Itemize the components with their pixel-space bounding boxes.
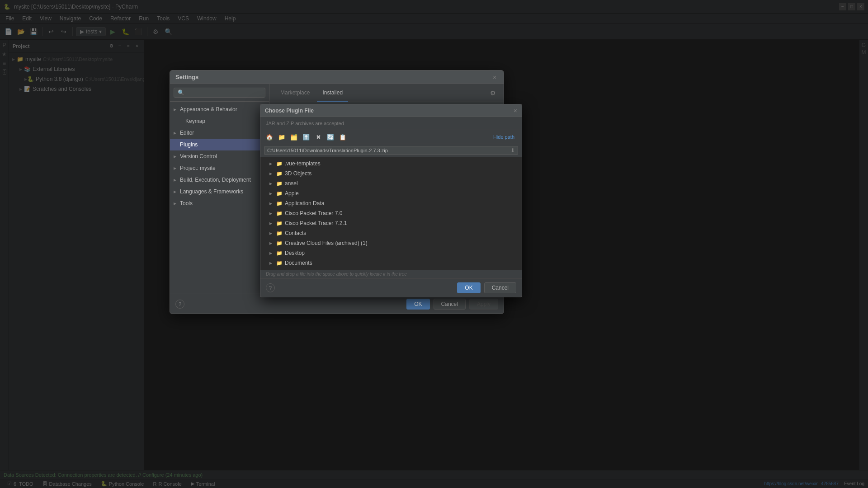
3dobjects-label: 3D Objects [285, 170, 311, 177]
file-tree[interactable]: ▶ 📁 .vue-templates ▶ 📁 3D Objects ▶ 📁 an… [260, 157, 522, 270]
ansel-folder-icon: 📁 [276, 180, 283, 187]
nav-arrow-project: ▶ [174, 166, 179, 170]
vue-templates-label: .vue-templates [285, 160, 321, 167]
vue-templates-folder-icon: 📁 [276, 160, 283, 167]
file-path-download-icon: ⬇ [510, 147, 515, 154]
appdata-arrow: ▶ [269, 202, 276, 206]
file-help-button[interactable]: ? [266, 283, 275, 292]
file-tree-documents[interactable]: ▶ 📁 Documents [260, 258, 522, 268]
settings-title: Settings [175, 74, 198, 80]
nav-label-build: Build, Execution, Deployment [180, 177, 251, 183]
nav-item-build[interactable]: ▶ Build, Execution, Deployment [170, 174, 269, 186]
appdata-label: Application Data [285, 200, 324, 206]
appdata-folder-icon: 📁 [276, 200, 283, 207]
nav-arrow-vcs: ▶ [174, 155, 179, 159]
settings-ok-button[interactable]: OK [406, 299, 429, 310]
file-refresh-button[interactable]: 🔄 [325, 132, 336, 142]
nav-label-project: Project: mysite [180, 165, 216, 171]
file-dialog-toolbar: 🏠 📁 🗂️ ⬆️ ✖ 🔄 📋 Hide path [260, 130, 522, 144]
file-copy-button[interactable]: 📋 [337, 132, 348, 142]
file-home-button[interactable]: 🏠 [264, 132, 275, 142]
nav-item-vcs[interactable]: ▶ Version Control ⚙ [170, 150, 269, 162]
file-new-folder-button[interactable]: 📁 [276, 132, 287, 142]
nav-arrow-languages: ▶ [174, 190, 179, 194]
creative-folder-icon: 📁 [276, 239, 283, 247]
file-tree-ansel[interactable]: ▶ 📁 ansel [260, 178, 522, 188]
nav-label-plugins: Plugins [180, 141, 198, 148]
file-tree-appdata[interactable]: ▶ 📁 Application Data [260, 198, 522, 208]
creative-label: Creative Cloud Files (archived) (1) [285, 240, 368, 246]
desktop-folder-icon: 📁 [276, 249, 283, 257]
apple-folder-icon: 📁 [276, 190, 283, 197]
file-path-bar: C:\Users\15011\Downloads\TranslationPlug… [264, 146, 518, 155]
settings-tabs-header: Marketplace Installed ⚙ [269, 84, 504, 102]
file-help-label: ? [269, 285, 272, 291]
file-tree-3dobjects[interactable]: ▶ 📁 3D Objects [260, 169, 522, 178]
settings-close-button[interactable]: × [491, 74, 498, 81]
file-dialog: Choose Plugin File × JAR and ZIP archive… [260, 104, 522, 297]
nav-arrow-build: ▶ [174, 178, 179, 182]
settings-nav: ▶ Appearance & Behavior Keymap ▶ Editor … [170, 102, 269, 294]
nav-label-editor: Editor [180, 130, 194, 136]
nav-item-editor[interactable]: ▶ Editor [170, 127, 269, 139]
nav-arrow-editor: ▶ [174, 131, 179, 135]
settings-cancel-button[interactable]: Cancel [434, 299, 466, 310]
settings-apply-button[interactable]: Apply [469, 299, 498, 310]
cisco721-arrow: ▶ [269, 221, 276, 225]
nav-label-keymap: Keymap [185, 118, 205, 124]
file-tree-creative[interactable]: ▶ 📁 Creative Cloud Files (archived) (1) [260, 238, 522, 248]
ansel-arrow: ▶ [269, 182, 276, 186]
tab-installed[interactable]: Installed [317, 84, 348, 102]
apple-label: Apple [285, 190, 299, 197]
file-tree-vue-templates[interactable]: ▶ 📁 .vue-templates [260, 159, 522, 169]
file-tree-cisco70[interactable]: ▶ 📁 Cisco Packet Tracer 7.0 [260, 208, 522, 218]
cisco721-label: Cisco Packet Tracer 7.2.1 [285, 220, 347, 226]
nav-item-tools[interactable]: ▶ Tools [170, 197, 269, 209]
settings-search-input[interactable] [174, 88, 265, 98]
3dobjects-arrow: ▶ [269, 172, 276, 176]
settings-search-area [170, 84, 269, 102]
file-dialog-close-button[interactable]: × [514, 107, 517, 114]
file-up-button[interactable]: ⬆️ [301, 132, 311, 142]
tab-installed-label: Installed [322, 89, 343, 96]
desktop-arrow: ▶ [269, 251, 276, 255]
nav-item-keymap[interactable]: Keymap [170, 115, 269, 127]
contacts-label: Contacts [285, 230, 306, 236]
nav-item-appearance[interactable]: ▶ Appearance & Behavior [170, 103, 269, 115]
ansel-label: ansel [285, 180, 298, 187]
file-dialog-titlebar: Choose Plugin File × [260, 104, 522, 117]
file-desktop-button[interactable]: 🗂️ [288, 132, 299, 142]
file-tree-cisco721[interactable]: ▶ 📁 Cisco Packet Tracer 7.2.1 [260, 218, 522, 228]
nav-item-project[interactable]: ▶ Project: mysite ⚙ [170, 162, 269, 174]
file-tree-contacts[interactable]: ▶ 📁 Contacts [260, 228, 522, 238]
cisco70-arrow: ▶ [269, 211, 276, 216]
tab-marketplace-label: Marketplace [280, 89, 310, 96]
settings-gear-icon[interactable]: ⚙ [487, 88, 498, 99]
settings-titlebar: Settings × [170, 70, 504, 84]
file-clear-button[interactable]: ✖ [313, 132, 324, 142]
settings-help-button[interactable]: ? [175, 300, 184, 309]
nav-arrow-plugins [174, 143, 179, 147]
documents-label: Documents [285, 260, 312, 266]
creative-arrow: ▶ [269, 241, 276, 245]
file-tree-desktop[interactable]: ▶ 📁 Desktop [260, 248, 522, 258]
vue-templates-arrow: ▶ [269, 162, 276, 166]
nav-item-plugins[interactable]: Plugins [170, 139, 269, 150]
file-cancel-button[interactable]: Cancel [484, 282, 516, 293]
tab-marketplace[interactable]: Marketplace [275, 84, 315, 102]
file-dialog-footer: ? OK Cancel [260, 278, 522, 297]
apple-arrow: ▶ [269, 192, 276, 196]
hide-path-button[interactable]: Hide path [490, 133, 518, 141]
contacts-arrow: ▶ [269, 231, 276, 235]
file-ok-button[interactable]: OK [457, 282, 480, 293]
nav-arrow-keymap [179, 119, 184, 123]
file-tree-apple[interactable]: ▶ 📁 Apple [260, 188, 522, 198]
file-drop-hint: Drag and drop a file into the space abov… [260, 270, 522, 278]
nav-label-vcs: Version Control [180, 153, 217, 160]
3dobjects-folder-icon: 📁 [276, 170, 283, 177]
file-dialog-actions: OK Cancel [457, 282, 516, 293]
settings-help: ? [175, 300, 184, 309]
cisco721-folder-icon: 📁 [276, 220, 283, 227]
nav-arrow-appearance: ▶ [174, 108, 179, 112]
nav-item-languages[interactable]: ▶ Languages & Frameworks [170, 186, 269, 197]
